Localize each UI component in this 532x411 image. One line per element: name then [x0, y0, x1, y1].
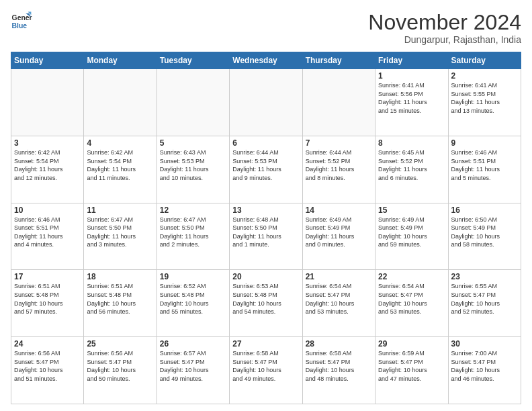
day-info: Sunrise: 6:56 AM Sunset: 5:47 PM Dayligh… — [14, 349, 81, 383]
day-number: 27 — [232, 339, 299, 349]
day-info: Sunrise: 7:00 AM Sunset: 5:47 PM Dayligh… — [451, 349, 518, 383]
week-row-0: 1Sunrise: 6:41 AM Sunset: 5:56 PM Daylig… — [11, 69, 521, 136]
day-cell — [11, 69, 84, 136]
day-number: 24 — [14, 339, 81, 349]
day-number: 5 — [160, 138, 226, 148]
day-number: 4 — [87, 138, 153, 148]
day-cell: 11Sunrise: 6:47 AM Sunset: 5:50 PM Dayli… — [84, 203, 157, 270]
day-cell — [302, 69, 375, 136]
day-info: Sunrise: 6:50 AM Sunset: 5:49 PM Dayligh… — [451, 216, 518, 249]
day-info: Sunrise: 6:59 AM Sunset: 5:47 PM Dayligh… — [378, 349, 445, 383]
day-number: 7 — [306, 138, 372, 148]
day-number: 28 — [306, 339, 372, 349]
day-cell — [230, 69, 302, 136]
day-info: Sunrise: 6:58 AM Sunset: 5:47 PM Dayligh… — [306, 349, 372, 383]
day-cell: 18Sunrise: 6:51 AM Sunset: 5:48 PM Dayli… — [84, 270, 157, 337]
main-title: November 2024 — [368, 11, 521, 34]
day-info: Sunrise: 6:47 AM Sunset: 5:50 PM Dayligh… — [160, 216, 226, 249]
day-info: Sunrise: 6:41 AM Sunset: 5:55 PM Dayligh… — [451, 81, 518, 115]
day-info: Sunrise: 6:51 AM Sunset: 5:48 PM Dayligh… — [87, 282, 153, 316]
subtitle: Dungarpur, Rajasthan, India — [368, 34, 521, 45]
day-number: 1 — [378, 71, 445, 81]
svg-text:Blue: Blue — [12, 22, 28, 30]
header-cell-thursday: Thursday — [302, 52, 375, 69]
week-row-3: 17Sunrise: 6:51 AM Sunset: 5:48 PM Dayli… — [11, 270, 521, 337]
day-info: Sunrise: 6:42 AM Sunset: 5:54 PM Dayligh… — [87, 148, 153, 182]
week-row-2: 10Sunrise: 6:46 AM Sunset: 5:51 PM Dayli… — [11, 203, 521, 270]
header-cell-sunday: Sunday — [11, 52, 84, 69]
header-cell-friday: Friday — [375, 52, 448, 69]
day-info: Sunrise: 6:44 AM Sunset: 5:53 PM Dayligh… — [232, 148, 299, 182]
day-cell: 4Sunrise: 6:42 AM Sunset: 5:54 PM Daylig… — [84, 136, 157, 203]
day-info: Sunrise: 6:56 AM Sunset: 5:47 PM Dayligh… — [87, 349, 153, 383]
day-number: 2 — [451, 71, 518, 81]
day-number: 26 — [160, 339, 226, 349]
day-number: 23 — [451, 272, 518, 281]
day-cell — [157, 69, 229, 136]
day-number: 22 — [378, 272, 445, 281]
day-number: 14 — [306, 205, 372, 215]
day-number: 8 — [378, 138, 445, 148]
day-number: 13 — [232, 205, 299, 215]
logo-icon: General Blue — [11, 11, 32, 32]
day-info: Sunrise: 6:53 AM Sunset: 5:48 PM Dayligh… — [232, 282, 299, 316]
day-cell: 26Sunrise: 6:57 AM Sunset: 5:47 PM Dayli… — [157, 337, 229, 404]
day-info: Sunrise: 6:48 AM Sunset: 5:50 PM Dayligh… — [232, 216, 299, 249]
day-cell: 20Sunrise: 6:53 AM Sunset: 5:48 PM Dayli… — [230, 270, 302, 337]
header: General Blue November 2024 Dungarpur, Ra… — [11, 11, 521, 45]
day-cell: 28Sunrise: 6:58 AM Sunset: 5:47 PM Dayli… — [302, 337, 375, 404]
day-cell: 23Sunrise: 6:55 AM Sunset: 5:47 PM Dayli… — [448, 270, 521, 337]
week-row-1: 3Sunrise: 6:42 AM Sunset: 5:54 PM Daylig… — [11, 136, 521, 203]
day-number: 21 — [306, 272, 372, 281]
day-number: 25 — [87, 339, 153, 349]
day-info: Sunrise: 6:57 AM Sunset: 5:47 PM Dayligh… — [160, 349, 226, 383]
day-number: 9 — [451, 138, 518, 148]
day-cell: 30Sunrise: 7:00 AM Sunset: 5:47 PM Dayli… — [448, 337, 521, 404]
day-cell: 9Sunrise: 6:46 AM Sunset: 5:51 PM Daylig… — [448, 136, 521, 203]
day-cell: 15Sunrise: 6:49 AM Sunset: 5:49 PM Dayli… — [375, 203, 448, 270]
day-cell: 10Sunrise: 6:46 AM Sunset: 5:51 PM Dayli… — [11, 203, 84, 270]
day-number: 30 — [451, 339, 518, 349]
day-number: 29 — [378, 339, 445, 349]
day-info: Sunrise: 6:58 AM Sunset: 5:47 PM Dayligh… — [232, 349, 299, 383]
day-info: Sunrise: 6:55 AM Sunset: 5:47 PM Dayligh… — [451, 282, 518, 316]
day-number: 3 — [14, 138, 81, 148]
header-cell-monday: Monday — [84, 52, 157, 69]
day-cell: 29Sunrise: 6:59 AM Sunset: 5:47 PM Dayli… — [375, 337, 448, 404]
day-number: 17 — [14, 272, 81, 281]
day-info: Sunrise: 6:52 AM Sunset: 5:48 PM Dayligh… — [160, 282, 226, 316]
day-cell: 17Sunrise: 6:51 AM Sunset: 5:48 PM Dayli… — [11, 270, 84, 337]
day-cell: 16Sunrise: 6:50 AM Sunset: 5:49 PM Dayli… — [448, 203, 521, 270]
day-cell: 1Sunrise: 6:41 AM Sunset: 5:56 PM Daylig… — [375, 69, 448, 136]
day-cell: 19Sunrise: 6:52 AM Sunset: 5:48 PM Dayli… — [157, 270, 229, 337]
day-cell: 12Sunrise: 6:47 AM Sunset: 5:50 PM Dayli… — [157, 203, 229, 270]
title-block: November 2024 Dungarpur, Rajasthan, Indi… — [368, 11, 521, 45]
day-cell: 22Sunrise: 6:54 AM Sunset: 5:47 PM Dayli… — [375, 270, 448, 337]
day-info: Sunrise: 6:42 AM Sunset: 5:54 PM Dayligh… — [14, 148, 81, 182]
header-cell-saturday: Saturday — [448, 52, 521, 69]
logo: General Blue — [11, 11, 32, 32]
day-number: 19 — [160, 272, 226, 281]
day-info: Sunrise: 6:46 AM Sunset: 5:51 PM Dayligh… — [14, 216, 81, 249]
day-info: Sunrise: 6:54 AM Sunset: 5:47 PM Dayligh… — [306, 282, 372, 316]
day-cell — [84, 69, 157, 136]
header-cell-wednesday: Wednesday — [230, 52, 302, 69]
day-number: 18 — [87, 272, 153, 281]
day-cell: 27Sunrise: 6:58 AM Sunset: 5:47 PM Dayli… — [230, 337, 302, 404]
day-cell: 6Sunrise: 6:44 AM Sunset: 5:53 PM Daylig… — [230, 136, 302, 203]
page: General Blue November 2024 Dungarpur, Ra… — [0, 0, 532, 411]
day-number: 6 — [232, 138, 299, 148]
header-cell-tuesday: Tuesday — [157, 52, 229, 69]
day-info: Sunrise: 6:51 AM Sunset: 5:48 PM Dayligh… — [14, 282, 81, 316]
day-cell: 25Sunrise: 6:56 AM Sunset: 5:47 PM Dayli… — [84, 337, 157, 404]
day-cell: 2Sunrise: 6:41 AM Sunset: 5:55 PM Daylig… — [448, 69, 521, 136]
day-number: 12 — [160, 205, 226, 215]
day-cell: 21Sunrise: 6:54 AM Sunset: 5:47 PM Dayli… — [302, 270, 375, 337]
day-info: Sunrise: 6:49 AM Sunset: 5:49 PM Dayligh… — [306, 216, 372, 249]
day-info: Sunrise: 6:49 AM Sunset: 5:49 PM Dayligh… — [378, 216, 445, 249]
day-cell: 8Sunrise: 6:45 AM Sunset: 5:52 PM Daylig… — [375, 136, 448, 203]
day-info: Sunrise: 6:44 AM Sunset: 5:52 PM Dayligh… — [306, 148, 372, 182]
day-number: 16 — [451, 205, 518, 215]
day-number: 10 — [14, 205, 81, 215]
header-row: SundayMondayTuesdayWednesdayThursdayFrid… — [11, 52, 521, 69]
